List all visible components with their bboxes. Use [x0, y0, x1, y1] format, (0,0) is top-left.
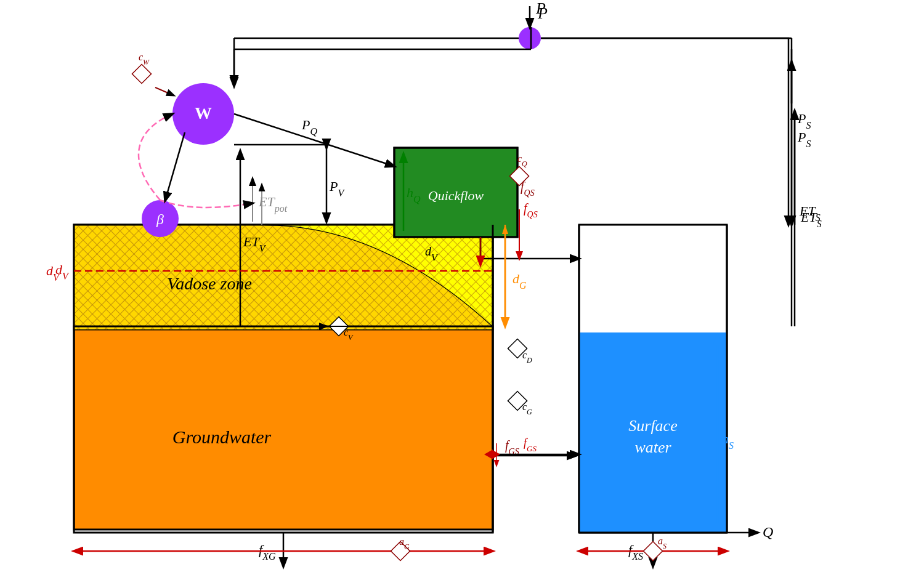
p-top-label: P	[535, 0, 546, 17]
beta-label: β	[156, 211, 164, 227]
quickflow-label: Quickflow	[428, 188, 484, 203]
svg-point-23	[519, 27, 541, 49]
vadose-zone-label: Vadose zone	[167, 274, 252, 293]
svg-rect-1	[74, 326, 493, 530]
diagram-container: Groundwater Vadose zone Quickflow Surfac…	[0, 0, 924, 572]
surface-water-label2: water	[634, 438, 671, 456]
groundwater-label: Groundwater	[172, 427, 272, 447]
w-node-label: W	[195, 103, 212, 123]
surface-water-label: Surface	[628, 417, 677, 435]
q-label: Q	[763, 524, 773, 540]
